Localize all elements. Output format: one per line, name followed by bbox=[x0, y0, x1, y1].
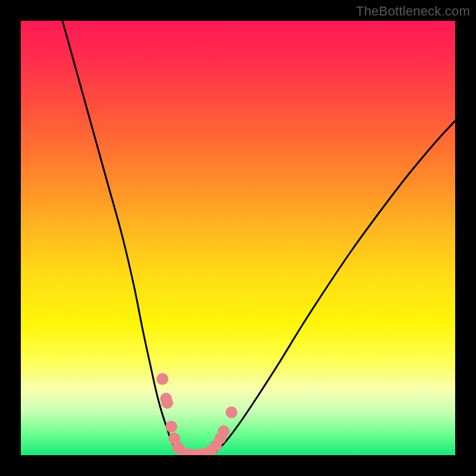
data-marker bbox=[165, 421, 177, 433]
bottleneck-curve bbox=[62, 21, 455, 455]
chart-frame: TheBottleneck.com bbox=[0, 0, 476, 476]
data-marker bbox=[218, 425, 230, 437]
curve-layer bbox=[21, 21, 455, 455]
data-marker bbox=[226, 406, 237, 418]
plot-area bbox=[21, 21, 455, 455]
data-marker bbox=[156, 373, 168, 385]
series-group bbox=[62, 21, 455, 455]
watermark-text: TheBottleneck.com bbox=[356, 4, 470, 19]
data-marker bbox=[161, 397, 173, 409]
